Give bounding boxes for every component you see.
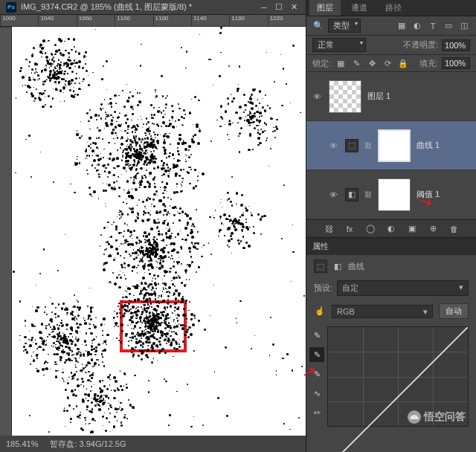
layers-footer: ⛓ fx ◯ ◐ ▣ ⊕ 🗑	[306, 219, 476, 237]
layer-row[interactable]: 👁 ◧ ⛓ 阈值 1	[306, 170, 476, 219]
layer-style-button[interactable]: fx	[344, 223, 356, 235]
filter-smart-icon[interactable]: ◫	[458, 20, 470, 32]
filter-kind-dropdown[interactable]: 类型	[328, 19, 361, 33]
filter-type-icon[interactable]: T	[427, 20, 439, 32]
add-mask-button[interactable]: ◯	[364, 223, 376, 235]
svg-line-0	[328, 327, 468, 452]
target-adjustment-icon[interactable]: ☝	[314, 306, 326, 317]
new-layer-button[interactable]: ⊕	[427, 223, 439, 235]
mask-thumbnail[interactable]	[378, 129, 411, 162]
curves-icon: ⬚	[314, 259, 327, 273]
layer-thumbnail[interactable]	[329, 80, 361, 113]
visibility-toggle[interactable]: 👁	[327, 141, 339, 150]
ruler-horizontal: 10001040106011001100114011801220	[0, 15, 306, 27]
layer-name[interactable]: 阈值 1	[416, 189, 440, 200]
layer-filter-bar: 🔍 类型 ▦ ◐ T ▭ ◫	[306, 16, 476, 36]
fill-label: 填充:	[419, 58, 438, 69]
delete-layer-button[interactable]: 🗑	[448, 223, 460, 235]
mask-mode-icon[interactable]: ◧	[332, 260, 344, 272]
properties-tab[interactable]: 属性	[306, 238, 476, 255]
layers-list: 👁 图层 1 👁 ⬚ ⛓ 曲线 1 👁 ◧ ⛓ 阈值 1	[306, 72, 476, 219]
lock-artboard-icon[interactable]: ⟳	[382, 57, 393, 69]
layer-row[interactable]: 👁 ⬚ ⛓ 曲线 1	[306, 121, 476, 170]
opacity-label: 不透明度:	[403, 39, 438, 51]
scratch-disk-display: 暂存盘: 3.94G/12.5G	[50, 439, 126, 450]
tab-paths[interactable]: 路径	[378, 0, 409, 16]
tab-layers[interactable]: 图层	[309, 0, 341, 16]
lock-row: 锁定: ▦ ✎ ✥ ⟳ 🔒 填充: 100%	[306, 55, 476, 72]
mask-link-icon[interactable]: ⛓	[364, 141, 372, 149]
pencil-edit-icon[interactable]: ✏	[309, 405, 324, 420]
close-button[interactable]: ✕	[288, 2, 300, 13]
blend-row: 正常 不透明度: 100%	[306, 36, 476, 55]
lock-pixels-icon[interactable]: ✎	[350, 57, 362, 69]
document-title: IMG_9374.CR2 @ 185% (曲线 1, 图层蒙版/8) *	[21, 1, 255, 13]
new-group-button[interactable]: ▣	[406, 223, 418, 235]
document-canvas[interactable]	[12, 27, 306, 436]
new-adjustment-button[interactable]: ◐	[385, 223, 397, 235]
auto-button[interactable]: 自动	[439, 303, 469, 319]
mask-link-icon[interactable]: ⛓	[364, 190, 372, 198]
watermark-icon	[408, 410, 421, 424]
eyedropper-gray-icon[interactable]: ✎	[309, 347, 324, 362]
curves-adjustment-icon: ⬚	[345, 139, 358, 152]
layer-name[interactable]: 曲线 1	[416, 140, 440, 151]
mask-thumbnail[interactable]	[378, 178, 411, 211]
minimize-button[interactable]: ─	[258, 2, 270, 13]
link-layers-button[interactable]: ⛓	[323, 223, 335, 235]
layer-name[interactable]: 图层 1	[367, 91, 390, 102]
lock-label: 锁定:	[312, 58, 331, 69]
ruler-vertical	[0, 27, 12, 436]
tab-channels[interactable]: 通道	[344, 0, 375, 16]
lock-position-icon[interactable]: ✥	[366, 57, 378, 69]
panel-tabs: 图层 通道 路径	[306, 0, 476, 16]
maximize-button[interactable]: ☐	[273, 2, 285, 13]
eyedropper-white-icon[interactable]: ✎	[309, 367, 324, 381]
opacity-input[interactable]: 100%	[442, 39, 470, 51]
channel-dropdown[interactable]: RGB	[332, 305, 433, 318]
visibility-toggle[interactable]: 👁	[311, 92, 323, 101]
statusbar: 185.41% 暂存盘: 3.94G/12.5G	[0, 436, 306, 452]
preset-label: 预设:	[314, 282, 332, 294]
zoom-display[interactable]: 185.41%	[6, 439, 38, 448]
titlebar: Ps IMG_9374.CR2 @ 185% (曲线 1, 图层蒙版/8) * …	[0, 0, 306, 15]
curve-edit-icon[interactable]: ∿	[309, 386, 324, 401]
search-icon: 🔍	[312, 20, 324, 32]
watermark: 悟空问答	[408, 410, 466, 424]
adjustment-title: 曲线	[348, 261, 364, 272]
filter-adjust-icon[interactable]: ◐	[411, 20, 423, 32]
eyedropper-black-icon[interactable]: ✎	[309, 328, 324, 343]
blend-mode-dropdown[interactable]: 正常	[312, 38, 366, 52]
filter-shape-icon[interactable]: ▭	[443, 20, 454, 32]
lock-all-icon[interactable]: 🔒	[397, 57, 409, 69]
threshold-adjustment-icon: ◧	[345, 188, 358, 201]
layer-row[interactable]: 👁 图层 1	[306, 72, 476, 121]
filter-pixel-icon[interactable]: ▦	[396, 20, 408, 32]
fill-input[interactable]: 100%	[442, 57, 470, 69]
visibility-toggle[interactable]: 👁	[327, 190, 339, 199]
preset-dropdown[interactable]: 自定	[337, 280, 469, 296]
lock-transparency-icon[interactable]: ▦	[335, 57, 347, 69]
app-icon: Ps	[6, 2, 16, 13]
curves-tools: ✎ ✎ ✎ ∿ ✏	[309, 326, 324, 451]
